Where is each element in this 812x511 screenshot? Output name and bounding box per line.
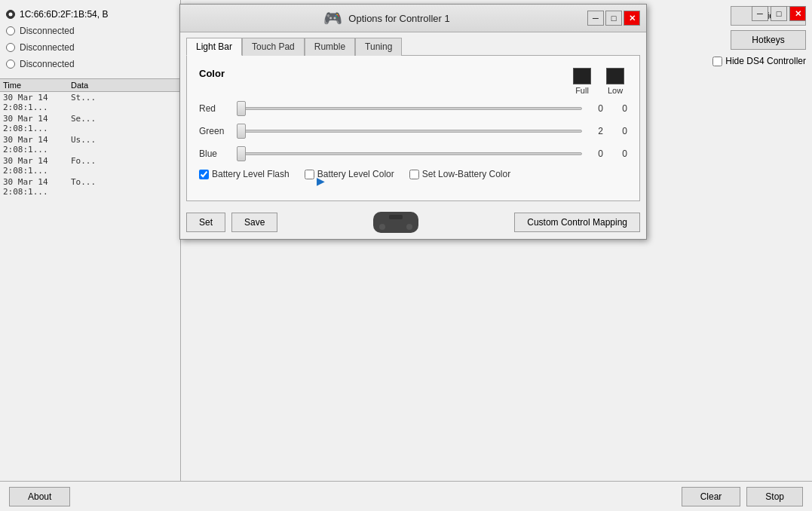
tab-rumble[interactable]: Rumble — [305, 38, 355, 56]
low-battery-color-label: Set Low-Battery Color — [422, 169, 510, 179]
log-row: 30 Mar 14 2:08:1... To... — [0, 176, 180, 197]
log-rows: 30 Mar 14 2:08:1... St... 30 Mar 14 2:08… — [0, 92, 180, 197]
radio-ctrl4[interactable] — [6, 60, 15, 69]
secondary-maximize-button[interactable]: □ — [771, 6, 787, 21]
low-color-label: Low — [608, 86, 623, 95]
controller-top — [389, 215, 403, 219]
red-slider-values: 0 0 — [588, 103, 627, 114]
controller-item-4[interactable]: Disconnected — [0, 56, 180, 72]
log-time-0: 30 Mar 14 2:08:1... — [3, 93, 71, 112]
hotkeys-button[interactable]: Hotkeys — [731, 30, 806, 50]
tab-bar: Light Bar Touch Pad Rumble Tuning — [180, 32, 646, 55]
controller-label-1: 1C:66:6D:2F:1B:54, B — [20, 9, 108, 20]
about-button[interactable]: About — [9, 487, 70, 506]
blue-slider-values: 0 0 — [588, 148, 627, 159]
tab-lightbar[interactable]: Light Bar — [186, 38, 242, 56]
controller-right-stick — [406, 224, 412, 230]
tab-rumble-label: Rumble — [314, 41, 345, 52]
secondary-minimize-button[interactable]: ─ — [752, 6, 768, 21]
dialog-minimize-button[interactable]: ─ — [587, 11, 604, 26]
hide-ds4-label: Hide DS4 Controller — [725, 56, 806, 66]
low-battery-color-checkbox[interactable] — [409, 170, 419, 179]
log-data-1: Se... — [71, 114, 177, 133]
radio-ctrl2[interactable] — [6, 26, 15, 35]
save-button[interactable]: Save — [231, 213, 277, 232]
log-col-time: Time — [3, 81, 71, 90]
log-col-data: Data — [71, 81, 177, 90]
low-color-swatch[interactable] — [606, 68, 624, 84]
log-data-0: St... — [71, 93, 177, 112]
checkboxes-row: Battery Level Flash Battery Level Color … — [199, 169, 627, 179]
full-color-col: Full — [573, 68, 591, 95]
set-button[interactable]: Set — [186, 213, 225, 232]
controller-left-stick — [379, 224, 385, 230]
dialog-maximize-button[interactable]: □ — [605, 11, 622, 26]
tab-tuning-label: Tuning — [365, 41, 392, 52]
battery-color-label: Battery Level Color — [317, 169, 394, 179]
log-data-4: To... — [71, 177, 177, 197]
log-time-4: 30 Mar 14 2:08:1... — [3, 177, 71, 197]
stop-button[interactable]: Stop — [746, 487, 803, 506]
hide-ds4-checkbox[interactable] — [712, 57, 722, 66]
log-time-2: 30 Mar 14 2:08:1... — [3, 135, 71, 155]
log-row: 30 Mar 14 2:08:1... Se... — [0, 113, 180, 134]
red-slider-container — [237, 101, 582, 116]
red-full-value: 0 — [588, 103, 603, 114]
dialog-title: Options for Controller 1 — [348, 13, 449, 24]
green-slider-label: Green — [199, 126, 237, 136]
bottom-left: About — [9, 487, 70, 506]
blue-slider-thumb[interactable] — [237, 146, 246, 161]
red-slider-track — [237, 107, 582, 110]
controller-item-3[interactable]: Disconnected — [0, 39, 180, 56]
controller-label-2: Disconnected — [20, 26, 75, 36]
dialog-titlebar-controls: ─ □ ✕ — [587, 11, 640, 26]
left-panel: 1C:66:6D:2F:1B:54, B Disconnected Discon… — [0, 0, 181, 481]
tab-touchpad[interactable]: Touch Pad — [242, 38, 305, 56]
battery-flash-checkbox[interactable] — [199, 170, 209, 179]
tab-tuning[interactable]: Tuning — [355, 38, 402, 56]
red-slider-thumb[interactable] — [237, 101, 246, 116]
log-area: Time Data 30 Mar 14 2:08:1... St... 30 M… — [0, 78, 180, 475]
dialog-bottom: Set Save Custom Control Mapping — [180, 207, 646, 239]
full-color-label: Full — [575, 86, 589, 95]
low-color-col: Low — [606, 68, 624, 95]
main-window: 1C:66:6D:2F:1B:54, B Disconnected Discon… — [0, 0, 812, 511]
options-dialog: 🎮 Options for Controller 1 ─ □ ✕ Light B… — [179, 4, 647, 240]
blue-slider-container — [237, 146, 582, 161]
battery-flash-checkbox-item[interactable]: Battery Level Flash — [199, 169, 290, 179]
secondary-close-button[interactable]: ✕ — [789, 6, 806, 21]
controller-item-2[interactable]: Disconnected — [0, 23, 180, 39]
controller-label-3: Disconnected — [20, 42, 75, 53]
green-slider-values: 2 0 — [588, 126, 627, 136]
low-battery-color-checkbox-item[interactable]: Set Low-Battery Color — [409, 169, 510, 179]
dialog-titlebar: 🎮 Options for Controller 1 ─ □ ✕ — [180, 5, 646, 32]
blue-slider-row: Blue 0 0 — [199, 146, 627, 161]
full-color-swatch[interactable] — [573, 68, 591, 84]
red-slider-row: Red 0 0 — [199, 101, 627, 116]
green-slider-container — [237, 124, 582, 139]
clear-button[interactable]: Clear — [682, 487, 741, 506]
custom-mapping-button[interactable]: Custom Control Mapping — [514, 213, 640, 232]
blue-low-value: 0 — [612, 148, 627, 159]
green-slider-thumb[interactable] — [237, 124, 246, 139]
radio-ctrl3[interactable] — [6, 43, 15, 52]
battery-color-checkbox[interactable] — [305, 170, 314, 179]
controller-item-1[interactable]: 1C:66:6D:2F:1B:54, B — [0, 6, 180, 23]
dialog-gamepad-icon: 🎮 — [323, 9, 342, 27]
controller-image — [373, 212, 418, 233]
tab-lightbar-label: Light Bar — [196, 41, 232, 52]
controller-image-area — [283, 212, 508, 233]
log-row: 30 Mar 14 2:08:1... Fo... — [0, 155, 180, 176]
log-header: Time Data — [0, 78, 180, 92]
tab-touchpad-label: Touch Pad — [252, 41, 295, 52]
green-slider-track — [237, 130, 582, 133]
red-slider-label: Red — [199, 103, 237, 114]
hide-ds4-row: Hide DS4 Controller — [712, 56, 806, 66]
log-data-2: Us... — [71, 135, 177, 155]
log-data-3: Fo... — [71, 156, 177, 176]
color-section-header: Color — [199, 68, 573, 79]
battery-color-checkbox-item[interactable]: Battery Level Color ▶ — [305, 169, 394, 179]
dialog-close-button[interactable]: ✕ — [624, 11, 640, 26]
dialog-title-area: 🎮 Options for Controller 1 — [186, 9, 587, 27]
radio-ctrl1[interactable] — [6, 10, 15, 19]
